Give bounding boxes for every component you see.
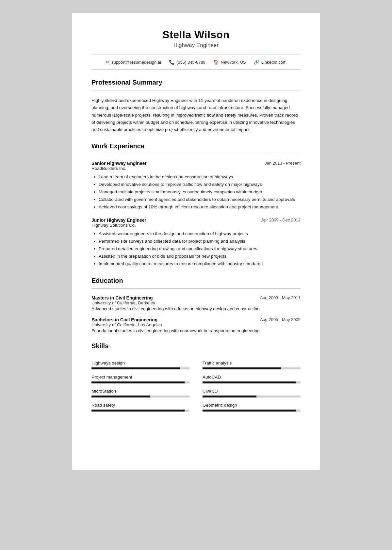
skill-item-1: Traffic analysis: [203, 361, 301, 369]
edu-1-school: University of California, Los Angeles: [91, 322, 301, 327]
skill-bar-bg-5: [203, 396, 301, 397]
job-0: Senior Highway Engineer Jan 2013 - Prese…: [91, 161, 301, 211]
contact-bar: ✉ support@resumedesign.ai 📞 (555) 345-67…: [91, 55, 301, 70]
experience-section: Work Experience Senior Highway Engineer …: [91, 142, 301, 267]
bullet: Managed multiple projects simultaneously…: [99, 188, 301, 196]
skill-name-4: MicroStation: [91, 389, 189, 394]
skill-item-3: AutoCAD: [203, 375, 301, 383]
education-title: Education: [91, 277, 301, 284]
summary-text: Highly skilled and experienced Highway E…: [91, 97, 301, 133]
skill-bar-fill-1: [203, 367, 281, 369]
skill-bar-bg-3: [203, 381, 301, 383]
job-0-bullets: Lead a team of engineers in the design a…: [91, 173, 301, 211]
job-0-header: Senior Highway Engineer Jan 2013 - Prese…: [91, 161, 301, 166]
skill-bar-fill-2: [91, 381, 185, 383]
skill-name-1: Traffic analysis: [203, 361, 301, 365]
edu-1-header: Bachelors in Civil Engineering Aug 2005 …: [91, 317, 301, 322]
job-0-company: RoadBuilders Inc.: [91, 166, 301, 171]
candidate-title: Highway Engineer: [91, 42, 301, 49]
job-1-header: Junior Highway Engineer Apr 2009 - Dec 2…: [91, 218, 301, 223]
job-1-title: Junior Highway Engineer: [91, 218, 146, 223]
edu-0-school: University of California, Berkeley: [91, 300, 301, 305]
education-divider: [91, 288, 301, 289]
edu-0-desc: Advanced studies in civil engineering wi…: [91, 306, 301, 311]
job-1: Junior Highway Engineer Apr 2009 - Dec 2…: [91, 218, 301, 268]
skill-bar-bg-2: [91, 381, 189, 383]
skill-item-6: Road safety: [91, 403, 189, 412]
job-1-bullets: Assisted senior engineers in the design …: [91, 230, 301, 268]
email-text: support@resumedesign.ai: [111, 60, 161, 65]
skill-item-5: Civil 3D: [203, 389, 301, 397]
linkedin-contact: 🔗 LinkedIn.com: [254, 59, 286, 65]
resume-header: Stella Wilson Highway Engineer: [91, 29, 301, 49]
skill-name-0: Highways design: [91, 361, 189, 365]
job-1-company: Highway Solutions Co.: [91, 223, 301, 228]
bullet: Performed site surveys and collected dat…: [99, 238, 301, 245]
summary-title: Professional Summary: [91, 79, 301, 86]
skill-bar-fill-3: [203, 381, 296, 383]
bullet: Implemented quality control measures to …: [99, 260, 301, 268]
skill-name-5: Civil 3D: [203, 389, 301, 394]
phone-text: (555) 345-6789: [176, 60, 205, 65]
skill-name-6: Road safety: [91, 403, 189, 408]
linkedin-icon: 🔗: [254, 59, 259, 65]
edu-1-date: Aug 2005 - May 2009: [260, 317, 301, 322]
edu-1-desc: Foundational studies in civil engineerin…: [91, 328, 301, 333]
experience-divider: [91, 154, 301, 154]
bullet: Developed innovative solutions to improv…: [99, 181, 301, 188]
edu-0-header: Masters in Civil Engineering Aug 2009 - …: [91, 295, 301, 300]
bullet: Assisted senior engineers in the design …: [99, 230, 301, 238]
bullet: Lead a team of engineers in the design a…: [99, 173, 301, 181]
experience-title: Work Experience: [91, 142, 301, 150]
email-icon: ✉: [106, 59, 109, 65]
linkedin-text: LinkedIn.com: [261, 60, 286, 65]
edu-0-degree: Masters in Civil Engineering: [91, 295, 153, 300]
skill-bar-fill-4: [91, 396, 150, 397]
phone-icon: 📞: [169, 59, 174, 65]
skill-bar-bg-4: [91, 396, 189, 397]
skill-bar-bg-6: [91, 410, 189, 412]
skills-section: Skills Highways design Traffic analysis …: [91, 342, 301, 412]
email-contact: ✉ support@resumedesign.ai: [106, 59, 161, 65]
skill-bar-bg-7: [203, 410, 301, 412]
job-0-title: Senior Highway Engineer: [91, 161, 147, 166]
skill-bar-bg-0: [91, 367, 189, 369]
education-section: Education Masters in Civil Engineering A…: [91, 277, 301, 333]
skill-name-3: AutoCAD: [203, 375, 301, 380]
skill-bar-bg-1: [203, 367, 301, 369]
skill-bar-fill-7: [203, 410, 296, 412]
skills-title: Skills: [91, 342, 301, 350]
skills-grid: Highways design Traffic analysis Project…: [91, 361, 301, 412]
skill-bar-fill-5: [203, 396, 256, 397]
skill-name-2: Project management: [91, 375, 189, 380]
location-icon: 🏠: [213, 59, 219, 65]
location-contact: 🏠 NewYork, US: [213, 59, 246, 65]
job-0-date: Jan 2013 - Present: [265, 161, 301, 166]
skill-item-7: Geometric design: [203, 403, 301, 412]
edu-1-degree: Bachelors in Civil Engineering: [91, 317, 157, 322]
bullet: Assisted in the preparation of bids and …: [99, 253, 301, 260]
edu-0-date: Aug 2009 - May 2011: [260, 295, 301, 300]
skill-name-7: Geometric design: [203, 403, 301, 408]
bullet: Collaborated with government agencies an…: [99, 196, 301, 203]
skill-item-0: Highways design: [91, 361, 189, 369]
phone-contact: 📞 (555) 345-6789: [169, 59, 205, 65]
resume-document: Stella Wilson Highway Engineer ✉ support…: [72, 13, 320, 470]
edu-1: Bachelors in Civil Engineering Aug 2005 …: [91, 317, 301, 333]
skill-bar-fill-6: [91, 410, 185, 412]
bullet: Prepared detailed engineering drawings a…: [99, 245, 301, 253]
summary-section: Professional Summary Highly skilled and …: [91, 79, 301, 133]
skill-item-2: Project management: [91, 375, 189, 383]
summary-divider: [91, 90, 301, 90]
skill-bar-fill-0: [91, 367, 180, 369]
skill-item-4: MicroStation: [91, 389, 189, 397]
location-text: NewYork, US: [221, 60, 246, 65]
skills-divider: [91, 354, 301, 354]
candidate-name: Stella Wilson: [91, 29, 301, 41]
job-1-date: Apr 2009 - Dec 2012: [261, 218, 301, 222]
edu-0: Masters in Civil Engineering Aug 2009 - …: [91, 295, 301, 311]
bullet: Achieved cost savings of 10% through eff…: [99, 203, 301, 211]
